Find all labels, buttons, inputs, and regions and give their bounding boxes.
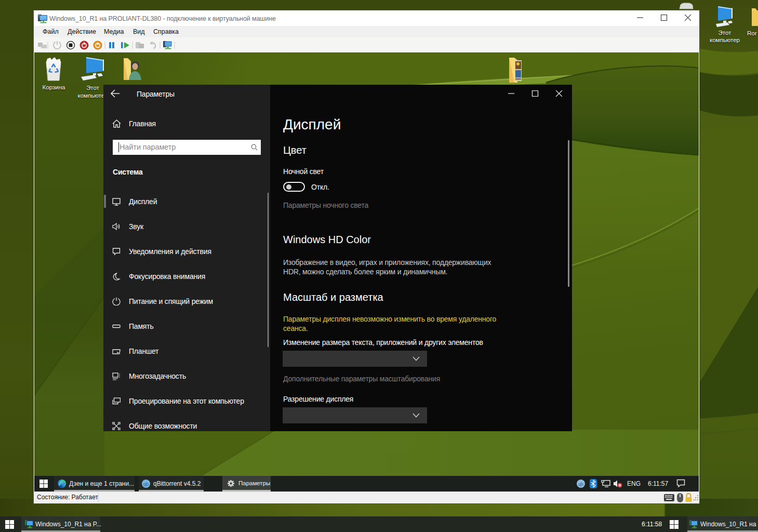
svg-text:qb: qb	[143, 482, 149, 487]
svg-text:qb: qb	[578, 482, 583, 487]
